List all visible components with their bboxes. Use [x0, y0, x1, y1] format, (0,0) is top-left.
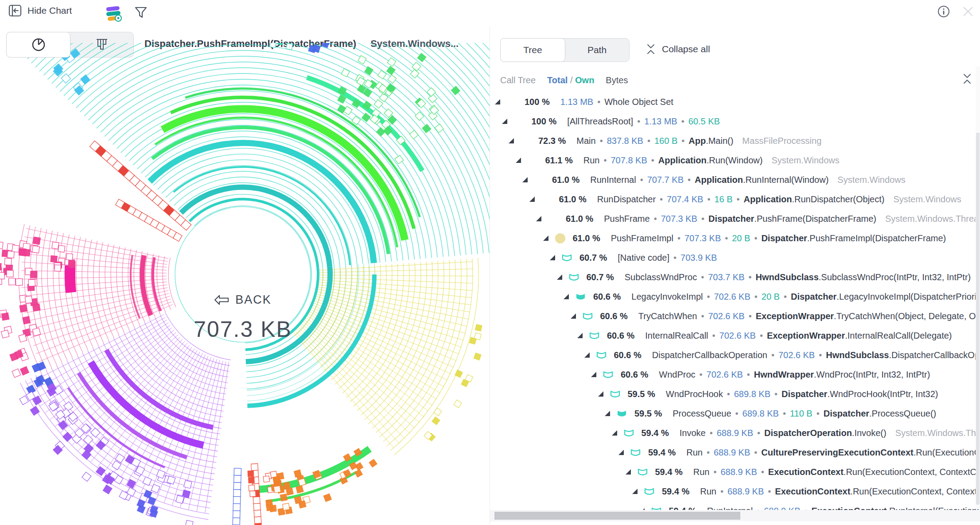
row-total-size[interactable]: 707.3 KB	[684, 233, 721, 243]
sunburst-svg[interactable]	[0, 43, 490, 525]
row-method: ExecutionContext.Run(ExecutionContext, C…	[768, 467, 980, 477]
expand-arrow[interactable]	[502, 119, 507, 124]
tree-row[interactable]: 60.7 %SubclassWndProc•703.7 KB•HwndSubcl…	[490, 267, 980, 287]
expand-arrow[interactable]	[577, 333, 583, 338]
tree-row[interactable]: 59.4 %Invoke•688.9 KB•DispatcherOperatio…	[490, 423, 980, 443]
row-total-size[interactable]: 688.9 KB	[714, 448, 750, 458]
tree-row[interactable]: 60.6 %LegacyInvokeImpl•702.6 KB•20 B•Dis…	[490, 287, 980, 306]
tree-row[interactable]: 60.7 %[Native code]•703.9 KB	[490, 248, 980, 267]
tree-row[interactable]: 59.4 %Run•688.9 KB•ExecutionContext.Run(…	[490, 462, 980, 482]
expand-arrow[interactable]	[550, 255, 555, 260]
tree-row[interactable]: 59.4 %Run•688.9 KB•ExecutionContext.Run(…	[490, 482, 980, 501]
expand-arrow[interactable]	[605, 411, 610, 416]
expand-arrow[interactable]	[529, 197, 535, 202]
row-total-size[interactable]: 702.6 KB	[719, 331, 756, 341]
row-total-size[interactable]: 702.6 KB	[707, 370, 743, 380]
close-icon[interactable]	[962, 6, 974, 17]
row-total-size[interactable]: 707.7 KB	[647, 175, 684, 185]
tree-row[interactable]: 100 %[AllThreadsRoot]•1.13 MB•60.5 KB	[490, 112, 980, 131]
collapse-all-label: Collapse all	[662, 44, 710, 54]
tree-row[interactable]: 61.0 %PushFrame•707.3 KB•Dispatcher.Push…	[490, 209, 980, 228]
tree-row[interactable]: 59.4 %Run•688.9 KB•CulturePreservingExec…	[490, 443, 980, 462]
tree-row[interactable]: 60.6 %TryCatchWhen•702.6 KB•ExceptionWra…	[490, 306, 980, 326]
row-total-size[interactable]: 688.9 KB	[717, 428, 753, 438]
row-total-size[interactable]: 688.9 KB	[720, 467, 757, 477]
row-total-size[interactable]: 1.13 MB	[560, 97, 593, 107]
row-own-size[interactable]: 60.5 KB	[688, 116, 720, 127]
row-total-size[interactable]: 707.3 KB	[661, 214, 697, 224]
tree-row[interactable]: 60.6 %DispatcherCallbackOperation•702.6 …	[490, 345, 980, 365]
row-total-size[interactable]: 703.7 KB	[708, 272, 744, 282]
tree-row[interactable]: 61.0 %RunDispatcher•707.4 KB•16 B•Applic…	[490, 189, 980, 209]
vscrollbar-thumb[interactable]	[976, 133, 980, 505]
vertical-scrollbar[interactable]	[976, 66, 980, 509]
row-total-size[interactable]: 837.8 KB	[607, 136, 643, 146]
bullet-separator: •	[677, 233, 681, 243]
row-percent: 61.0 %	[552, 175, 579, 185]
tree-row[interactable]: 61.1 %Run•707.8 KB•Application.Run(Windo…	[490, 151, 980, 170]
expand-arrow[interactable]	[626, 469, 631, 475]
hide-chart-button[interactable]: Hide Chart	[8, 4, 72, 18]
total-own-toggle[interactable]: Total / Own	[547, 75, 594, 85]
row-total-size[interactable]: 1.13 MB	[644, 116, 677, 127]
info-icon[interactable]	[937, 5, 950, 18]
tab-path[interactable]: Path	[565, 39, 629, 62]
row-total-size[interactable]: 702.6 KB	[714, 292, 750, 302]
expand-arrow[interactable]	[612, 430, 617, 436]
row-own-size[interactable]: 16 B	[714, 194, 732, 205]
row-total-size[interactable]: 688.9 KB	[727, 486, 764, 497]
row-total-size[interactable]: 703.9 KB	[681, 253, 717, 263]
row-own-size[interactable]: 110 B	[790, 409, 813, 419]
expand-arrow[interactable]	[522, 177, 528, 182]
expand-arrow[interactable]	[618, 450, 624, 455]
expand-arrow[interactable]	[536, 216, 541, 221]
bullet-separator: •	[748, 272, 751, 282]
expand-arrow[interactable]	[516, 158, 521, 163]
expand-arrow[interactable]	[509, 138, 514, 143]
hscrollbar-thumb[interactable]	[494, 512, 740, 520]
panel-collapse-icon[interactable]	[962, 73, 972, 87]
row-total-size[interactable]: 707.8 KB	[611, 155, 647, 166]
tree-row[interactable]: 60.6 %InternalRealCall•702.6 KB•Exceptio…	[490, 326, 980, 345]
back-button[interactable]: BACK	[214, 293, 272, 307]
expand-arrow[interactable]	[557, 274, 562, 280]
tree-row[interactable]: 59.5 %ProcessQueue•689.8 KB•110 B•Dispat…	[490, 404, 980, 423]
object-set-layers-icon[interactable]	[103, 4, 124, 26]
bytes-unit-label[interactable]: Bytes	[606, 75, 628, 85]
row-total-size[interactable]: 702.6 KB	[778, 350, 815, 360]
row-own-size[interactable]: 20 B	[762, 292, 780, 302]
bullet-separator: •	[701, 214, 704, 224]
tree-row[interactable]: 61.0 %PushFrameImpl•707.3 KB•20 B•Dispat…	[490, 228, 980, 248]
tree-row[interactable]: 61.0 %RunInternal•707.7 KB•Application.R…	[490, 170, 980, 189]
row-total-size[interactable]: 689.8 KB	[743, 409, 779, 419]
expand-arrow[interactable]	[584, 352, 590, 358]
expand-arrow[interactable]	[632, 489, 638, 494]
expand-arrow[interactable]	[564, 294, 569, 299]
bullet-separator: •	[749, 311, 752, 321]
collapse-all-button[interactable]: Collapse all	[645, 43, 710, 55]
tree-row[interactable]: 100 %1.13 MB•Whole Object Set	[490, 92, 980, 112]
toolbar: Hide Chart	[0, 0, 980, 27]
tree-row[interactable]: 60.6 %WndProc•702.6 KB•HwndWrapper.WndPr…	[490, 365, 980, 384]
row-own-size[interactable]: 20 B	[732, 233, 750, 243]
tree-row[interactable]: 59.5 %WndProcHook•689.8 KB•Dispatcher.Wn…	[490, 384, 980, 404]
sunburst-view-button[interactable]	[6, 32, 70, 58]
row-total-size[interactable]: 689.8 KB	[734, 389, 770, 399]
expand-arrow[interactable]	[591, 372, 596, 377]
tree-row[interactable]: 72.3 %Main•837.8 KB•160 B•App.Main()Mass…	[490, 131, 980, 151]
bullet-separator: •	[713, 467, 716, 477]
row-total-size[interactable]: 702.6 KB	[708, 311, 744, 321]
row-name: WndProc	[659, 370, 695, 380]
filter-icon[interactable]	[134, 5, 148, 21]
sunburst-chart[interactable]: BACK 707.3 KB	[0, 43, 490, 525]
bullet-separator: •	[637, 116, 640, 127]
expand-arrow[interactable]	[598, 391, 603, 397]
bullet-separator: •	[774, 389, 778, 399]
tab-tree[interactable]: Tree	[500, 38, 565, 62]
row-own-size[interactable]: 160 B	[654, 136, 677, 146]
expand-arrow[interactable]	[543, 235, 548, 241]
expand-arrow[interactable]	[571, 313, 576, 319]
horizontal-scrollbar[interactable]	[490, 510, 980, 521]
row-total-size[interactable]: 707.4 KB	[667, 194, 703, 205]
expand-arrow[interactable]	[495, 99, 500, 104]
